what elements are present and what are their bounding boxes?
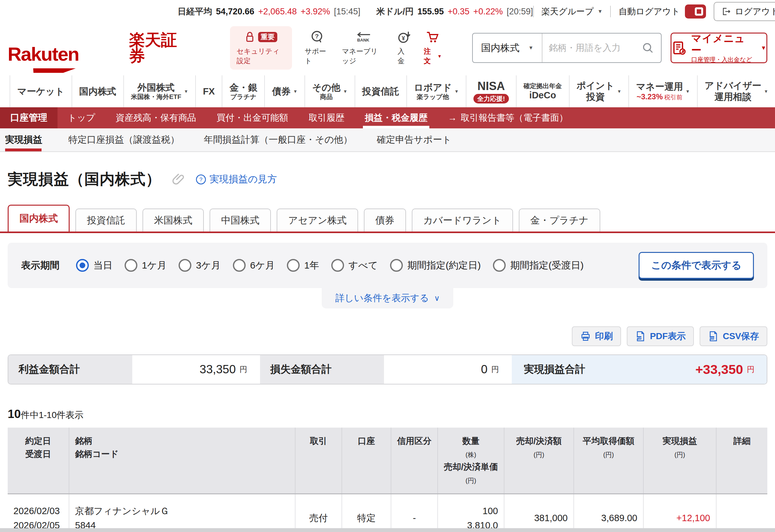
asset-tab-domestic-stock[interactable]: 国内株式 [8,205,70,232]
asset-tab-gold-platinum[interactable]: 金・プラチナ [519,209,600,232]
tab-realized-pnl[interactable]: 実現損益 [0,128,56,151]
nav-money-management[interactable]: マネー運用~3.23% 税引前▼ [628,75,697,107]
col-account: 口座 [342,428,391,494]
nav-robo-advisor[interactable]: ロボアド楽ラップ他▼ [407,75,466,107]
nav-market[interactable]: マーケット [10,75,72,107]
col-realized-pnl: 実現損益(円) [643,428,716,494]
nav-bonds[interactable]: 債券▼ [264,75,304,107]
cell-avg-price: 3,689.00 [574,494,643,532]
nav-ideco[interactable]: 確定拠出年金iDeCo [516,75,569,107]
cell-amount: 381,000 [504,494,574,532]
horizontal-scrollbar[interactable] [0,528,775,532]
account-nav-trade-history[interactable]: 取引履歴 [298,107,354,128]
support-link[interactable]: ? サポート [305,30,329,66]
nikkei-change-pct: +3.92% [300,7,330,17]
tab-annual-pnl-calc[interactable]: 年間損益計算（一般口座・その他） [192,128,364,151]
auto-logout-toggle[interactable] [685,4,706,19]
asset-tab-asean-stock[interactable]: アセアン株式 [277,209,358,232]
cell-dates: 2026/02/032026/02/05 [8,494,69,532]
order-link[interactable]: 注文 ▼ [424,30,442,66]
search-category-select[interactable]: 国内株式 ▼ [473,34,543,62]
my-menu-button[interactable]: マイメニュー 口座管理・入出金など ▼ [671,33,767,63]
auto-logout-label: 自動ログアウト [619,6,680,17]
paperclip-icon[interactable] [172,172,185,186]
deposit-link[interactable]: ¥ 入金 [398,30,411,66]
asset-tab-covered-warrant[interactable]: カバードワラント [412,209,513,232]
table-row: 2026/02/032026/02/05 京都フィナンシャルＧ5844 売付 特… [8,494,767,532]
radio [493,259,506,272]
nav-fx[interactable]: FX [195,75,222,107]
important-badge: 重要 [258,32,277,42]
account-nav-top[interactable]: トップ [57,107,105,128]
csv-file-icon: CSV [708,331,719,342]
period-radio-all[interactable]: すべて [331,259,378,272]
nav-advisor[interactable]: アドバイザー運用相談▼ [697,75,775,107]
account-nav: 口座管理 トップ 資産残高・保有商品 買付・出金可能額 取引履歴 損益・税金履歴… [0,107,775,128]
yen-deposit-icon: ¥ [398,30,411,43]
apply-filter-button[interactable]: この条件で表示する [639,252,754,279]
nav-investment-trust[interactable]: 投資信託 [354,75,407,107]
print-button[interactable]: 印刷 [572,326,621,346]
rakuten-group-menu[interactable]: 楽天グループ ▼ [542,6,603,17]
security-settings-link[interactable]: 重要 セキュリティ設定 [230,26,292,70]
search-icon[interactable] [642,42,654,54]
asset-tab-china-stock[interactable]: 中国株式 [209,209,271,232]
nisa-badge: 全力応援! [474,94,509,103]
rakuten-securities-logo[interactable]: Rakuten 楽天証券 [8,32,182,64]
asset-tab-us-stock[interactable]: 米国株式 [142,209,204,232]
nav-foreign-stock[interactable]: 外国株式米国株・海外ETF▼ [123,75,195,107]
show-detailed-conditions-link[interactable]: 詳しい条件を表示する ∨ [322,288,453,308]
period-radio-3months[interactable]: 3ケ月 [178,259,220,272]
radio [178,259,191,272]
asset-tab-bonds[interactable]: 債券 [364,209,406,232]
nav-point-invest[interactable]: ポイント投資▼ [569,75,629,107]
page-title: 実現損益（国内株式） [8,169,161,189]
usdjpy-time: [20:59] [507,7,533,17]
bank-arrow-icon: BANK [354,30,372,43]
account-nav-balance[interactable]: 資産残高・保有商品 [105,107,206,128]
nav-gold-platinum[interactable]: 金・銀プラチナ [222,75,264,107]
tab-tax-filing-support[interactable]: 確定申告サポート [364,128,464,151]
table-header-row: 約定日受渡日 銘柄銘柄コード 取引 口座 信用区分 数量(株)売却/決済単価(円… [8,428,767,494]
pnl-help-link[interactable]: ? 実現損益の見方 [195,173,277,186]
period-radio-range-settle-date[interactable]: 期間指定(受渡日) [493,259,584,272]
usdjpy-label: 米ドル/円 [376,6,414,17]
chevron-down-icon: ▼ [437,54,442,59]
chevron-down-icon: ▼ [617,89,621,94]
account-nav-brand[interactable]: 口座管理 [0,107,57,128]
chevron-down-icon: ▼ [764,89,768,94]
tab-specified-account-pnl[interactable]: 特定口座損益（譲渡益税） [56,128,192,151]
period-radio-range-trade-date[interactable]: 期間指定(約定日) [390,259,481,272]
account-nav-buying-power[interactable]: 買付・出金可能額 [206,107,298,128]
chevron-down-icon: ▼ [293,89,297,94]
period-filter-panel: 表示期間 当日 1ケ月 3ケ月 6ケ月 1年 すべて 期間指定(約定日) 期間指… [8,243,767,288]
logout-button[interactable]: ログアウト [714,2,775,21]
period-radio-6months[interactable]: 6ケ月 [233,259,275,272]
svg-text:BANK: BANK [357,38,369,42]
csv-save-button[interactable]: CSV CSV保存 [700,326,767,346]
chevron-down-icon: ▼ [343,89,347,94]
cell-realized-pnl: +12,100 [643,494,716,532]
money-bridge-link[interactable]: BANK マネーブリッジ [342,30,384,66]
active-underline [363,126,429,128]
svg-text:PDF: PDF [637,337,642,339]
period-radio-1year[interactable]: 1年 [287,259,319,272]
col-avg-price: 平均取得価額(円) [574,428,643,494]
asset-tab-investment-trust[interactable]: 投資信託 [75,209,137,232]
chevron-down-icon: ▼ [597,9,603,14]
nav-other-products[interactable]: その他商品▼ [304,75,354,107]
nav-domestic-stock[interactable]: 国内株式 [72,75,123,107]
cell-quantity: 1003,810.0 [438,494,504,532]
radio [331,259,344,272]
pdf-view-button[interactable]: PDF PDF表示 [627,326,694,346]
search-input[interactable] [543,43,642,53]
account-nav-pnl-tax[interactable]: 損益・税金履歴 [354,107,438,128]
nikkei-label: 日経平均 [178,6,212,17]
period-radio-1month[interactable]: 1ケ月 [125,259,166,272]
period-radio-today[interactable]: 当日 [76,259,112,272]
chevron-down-icon: ▼ [686,89,690,94]
account-nav-reports[interactable]: →取引報告書等（電子書面） [438,107,578,128]
col-name: 銘柄銘柄コード [69,428,295,494]
nav-nisa[interactable]: NISA全力応援! [466,75,516,107]
cart-icon [426,30,440,43]
